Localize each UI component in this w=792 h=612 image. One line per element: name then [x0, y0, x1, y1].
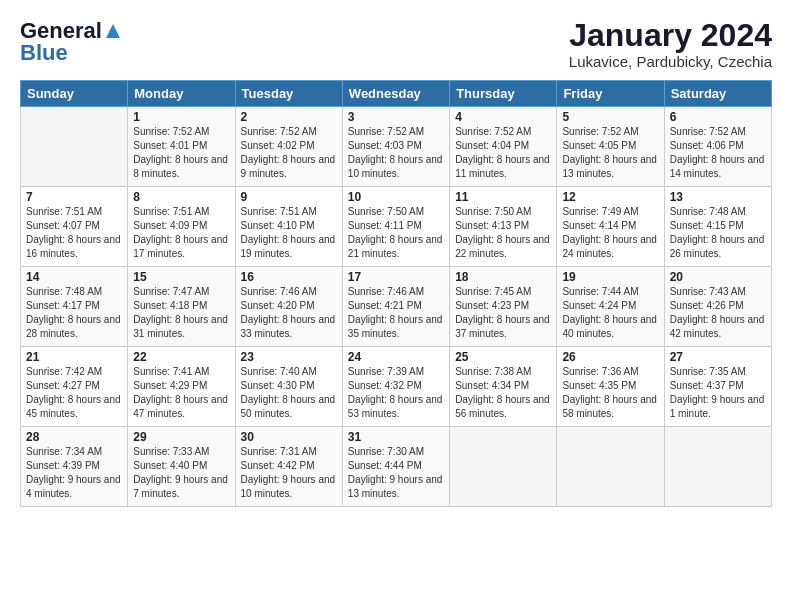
day-info: Sunrise: 7:52 AMSunset: 4:06 PMDaylight:…	[670, 125, 766, 181]
day-number: 2	[241, 110, 337, 124]
day-number: 27	[670, 350, 766, 364]
day-number: 14	[26, 270, 122, 284]
day-number: 22	[133, 350, 229, 364]
day-number: 24	[348, 350, 444, 364]
day-cell: 5Sunrise: 7:52 AMSunset: 4:05 PMDaylight…	[557, 107, 664, 187]
day-number: 7	[26, 190, 122, 204]
day-number: 3	[348, 110, 444, 124]
day-number: 31	[348, 430, 444, 444]
day-cell	[21, 107, 128, 187]
logo-blue: Blue	[20, 42, 68, 64]
day-info: Sunrise: 7:42 AMSunset: 4:27 PMDaylight:…	[26, 365, 122, 421]
week-row-0: 1Sunrise: 7:52 AMSunset: 4:01 PMDaylight…	[21, 107, 772, 187]
day-cell: 14Sunrise: 7:48 AMSunset: 4:17 PMDayligh…	[21, 267, 128, 347]
day-info: Sunrise: 7:30 AMSunset: 4:44 PMDaylight:…	[348, 445, 444, 501]
day-info: Sunrise: 7:36 AMSunset: 4:35 PMDaylight:…	[562, 365, 658, 421]
day-info: Sunrise: 7:31 AMSunset: 4:42 PMDaylight:…	[241, 445, 337, 501]
day-cell: 19Sunrise: 7:44 AMSunset: 4:24 PMDayligh…	[557, 267, 664, 347]
day-cell: 24Sunrise: 7:39 AMSunset: 4:32 PMDayligh…	[342, 347, 449, 427]
day-cell: 25Sunrise: 7:38 AMSunset: 4:34 PMDayligh…	[450, 347, 557, 427]
logo: General Blue	[20, 18, 122, 64]
day-cell: 10Sunrise: 7:50 AMSunset: 4:11 PMDayligh…	[342, 187, 449, 267]
day-number: 21	[26, 350, 122, 364]
day-header-saturday: Saturday	[664, 81, 771, 107]
day-info: Sunrise: 7:34 AMSunset: 4:39 PMDaylight:…	[26, 445, 122, 501]
day-cell: 12Sunrise: 7:49 AMSunset: 4:14 PMDayligh…	[557, 187, 664, 267]
day-cell: 13Sunrise: 7:48 AMSunset: 4:15 PMDayligh…	[664, 187, 771, 267]
day-number: 6	[670, 110, 766, 124]
day-info: Sunrise: 7:50 AMSunset: 4:11 PMDaylight:…	[348, 205, 444, 261]
day-number: 16	[241, 270, 337, 284]
day-header-sunday: Sunday	[21, 81, 128, 107]
day-cell: 21Sunrise: 7:42 AMSunset: 4:27 PMDayligh…	[21, 347, 128, 427]
day-info: Sunrise: 7:44 AMSunset: 4:24 PMDaylight:…	[562, 285, 658, 341]
day-cell	[450, 427, 557, 507]
day-info: Sunrise: 7:35 AMSunset: 4:37 PMDaylight:…	[670, 365, 766, 421]
day-header-tuesday: Tuesday	[235, 81, 342, 107]
day-info: Sunrise: 7:48 AMSunset: 4:15 PMDaylight:…	[670, 205, 766, 261]
day-number: 11	[455, 190, 551, 204]
day-header-monday: Monday	[128, 81, 235, 107]
day-cell	[664, 427, 771, 507]
day-header-thursday: Thursday	[450, 81, 557, 107]
day-cell: 17Sunrise: 7:46 AMSunset: 4:21 PMDayligh…	[342, 267, 449, 347]
day-cell: 9Sunrise: 7:51 AMSunset: 4:10 PMDaylight…	[235, 187, 342, 267]
day-header-friday: Friday	[557, 81, 664, 107]
day-cell: 30Sunrise: 7:31 AMSunset: 4:42 PMDayligh…	[235, 427, 342, 507]
day-cell: 18Sunrise: 7:45 AMSunset: 4:23 PMDayligh…	[450, 267, 557, 347]
day-cell	[557, 427, 664, 507]
day-number: 28	[26, 430, 122, 444]
day-number: 8	[133, 190, 229, 204]
week-row-2: 14Sunrise: 7:48 AMSunset: 4:17 PMDayligh…	[21, 267, 772, 347]
day-cell: 29Sunrise: 7:33 AMSunset: 4:40 PMDayligh…	[128, 427, 235, 507]
day-info: Sunrise: 7:50 AMSunset: 4:13 PMDaylight:…	[455, 205, 551, 261]
day-number: 9	[241, 190, 337, 204]
day-number: 4	[455, 110, 551, 124]
day-info: Sunrise: 7:43 AMSunset: 4:26 PMDaylight:…	[670, 285, 766, 341]
week-row-1: 7Sunrise: 7:51 AMSunset: 4:07 PMDaylight…	[21, 187, 772, 267]
day-info: Sunrise: 7:40 AMSunset: 4:30 PMDaylight:…	[241, 365, 337, 421]
day-cell: 16Sunrise: 7:46 AMSunset: 4:20 PMDayligh…	[235, 267, 342, 347]
day-info: Sunrise: 7:51 AMSunset: 4:09 PMDaylight:…	[133, 205, 229, 261]
day-info: Sunrise: 7:49 AMSunset: 4:14 PMDaylight:…	[562, 205, 658, 261]
day-cell: 6Sunrise: 7:52 AMSunset: 4:06 PMDaylight…	[664, 107, 771, 187]
day-number: 26	[562, 350, 658, 364]
day-number: 15	[133, 270, 229, 284]
logo-triangle-icon	[106, 18, 120, 44]
day-number: 13	[670, 190, 766, 204]
day-cell: 4Sunrise: 7:52 AMSunset: 4:04 PMDaylight…	[450, 107, 557, 187]
day-header-wednesday: Wednesday	[342, 81, 449, 107]
day-cell: 8Sunrise: 7:51 AMSunset: 4:09 PMDaylight…	[128, 187, 235, 267]
day-cell: 7Sunrise: 7:51 AMSunset: 4:07 PMDaylight…	[21, 187, 128, 267]
day-number: 19	[562, 270, 658, 284]
day-cell: 28Sunrise: 7:34 AMSunset: 4:39 PMDayligh…	[21, 427, 128, 507]
day-cell: 22Sunrise: 7:41 AMSunset: 4:29 PMDayligh…	[128, 347, 235, 427]
day-cell: 1Sunrise: 7:52 AMSunset: 4:01 PMDaylight…	[128, 107, 235, 187]
day-info: Sunrise: 7:46 AMSunset: 4:21 PMDaylight:…	[348, 285, 444, 341]
day-cell: 27Sunrise: 7:35 AMSunset: 4:37 PMDayligh…	[664, 347, 771, 427]
day-info: Sunrise: 7:52 AMSunset: 4:05 PMDaylight:…	[562, 125, 658, 181]
week-row-3: 21Sunrise: 7:42 AMSunset: 4:27 PMDayligh…	[21, 347, 772, 427]
day-cell: 31Sunrise: 7:30 AMSunset: 4:44 PMDayligh…	[342, 427, 449, 507]
day-number: 18	[455, 270, 551, 284]
day-cell: 11Sunrise: 7:50 AMSunset: 4:13 PMDayligh…	[450, 187, 557, 267]
day-cell: 23Sunrise: 7:40 AMSunset: 4:30 PMDayligh…	[235, 347, 342, 427]
day-cell: 2Sunrise: 7:52 AMSunset: 4:02 PMDaylight…	[235, 107, 342, 187]
day-info: Sunrise: 7:51 AMSunset: 4:07 PMDaylight:…	[26, 205, 122, 261]
header-row: SundayMondayTuesdayWednesdayThursdayFrid…	[21, 81, 772, 107]
day-cell: 15Sunrise: 7:47 AMSunset: 4:18 PMDayligh…	[128, 267, 235, 347]
week-row-4: 28Sunrise: 7:34 AMSunset: 4:39 PMDayligh…	[21, 427, 772, 507]
day-number: 20	[670, 270, 766, 284]
day-info: Sunrise: 7:41 AMSunset: 4:29 PMDaylight:…	[133, 365, 229, 421]
header: General Blue January 2024 Lukavice, Pard…	[20, 18, 772, 70]
day-info: Sunrise: 7:52 AMSunset: 4:04 PMDaylight:…	[455, 125, 551, 181]
day-info: Sunrise: 7:48 AMSunset: 4:17 PMDaylight:…	[26, 285, 122, 341]
day-info: Sunrise: 7:52 AMSunset: 4:02 PMDaylight:…	[241, 125, 337, 181]
day-number: 17	[348, 270, 444, 284]
day-info: Sunrise: 7:46 AMSunset: 4:20 PMDaylight:…	[241, 285, 337, 341]
svg-marker-0	[106, 24, 120, 38]
day-cell: 26Sunrise: 7:36 AMSunset: 4:35 PMDayligh…	[557, 347, 664, 427]
day-cell: 20Sunrise: 7:43 AMSunset: 4:26 PMDayligh…	[664, 267, 771, 347]
day-number: 23	[241, 350, 337, 364]
title-area: January 2024 Lukavice, Pardubicky, Czech…	[569, 18, 772, 70]
